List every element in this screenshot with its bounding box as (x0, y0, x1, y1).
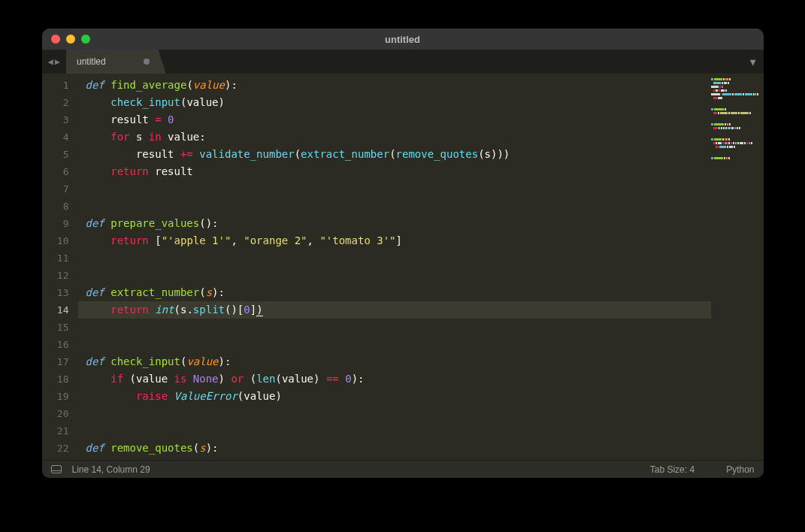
code-line[interactable]: for s in value: (78, 128, 711, 146)
line-number[interactable]: 5 (42, 146, 78, 163)
tab-size-setting[interactable]: Tab Size: 4 (650, 464, 695, 475)
tab-bar: ◀ ▶ untitled ▼ (42, 50, 764, 74)
line-number-gutter[interactable]: 12345678910111213141516171819202122 (42, 74, 78, 460)
code-line[interactable]: def find_average(value): (78, 77, 711, 94)
nav-forward-icon[interactable]: ▶ (55, 56, 60, 67)
code-line[interactable] (78, 267, 711, 284)
line-number[interactable]: 2 (42, 94, 78, 111)
code-line[interactable] (78, 405, 711, 422)
window-title: untitled (42, 34, 764, 45)
line-number[interactable]: 13 (42, 284, 78, 301)
code-line[interactable]: return int(s.split()[0]) (78, 301, 711, 319)
code-line[interactable]: result += validate_number(extract_number… (78, 146, 711, 163)
code-line[interactable]: result = 0 (78, 111, 711, 128)
code-line[interactable]: return ["'apple 1'", "orange 2", "'tomat… (78, 232, 711, 249)
code-line[interactable] (78, 180, 711, 198)
titlebar[interactable]: untitled (42, 29, 764, 50)
line-number[interactable]: 16 (42, 336, 78, 353)
editor-window: untitled ◀ ▶ untitled ▼ 1234567891011121… (42, 29, 764, 478)
line-number[interactable]: 9 (42, 215, 78, 232)
line-number[interactable]: 11 (42, 249, 78, 267)
code-line[interactable]: def remove_quotes(s): (78, 440, 711, 457)
window-controls (51, 35, 90, 44)
line-number[interactable]: 4 (42, 128, 78, 146)
tab-label: untitled (77, 56, 106, 67)
line-number[interactable]: 18 (42, 370, 78, 388)
maximize-icon[interactable] (81, 35, 90, 44)
line-number[interactable]: 21 (42, 422, 78, 440)
line-number[interactable]: 10 (42, 232, 78, 249)
code-line[interactable]: raise ValueError(value) (78, 388, 711, 405)
close-icon[interactable] (51, 35, 60, 44)
code-line[interactable] (78, 422, 711, 440)
code-content[interactable]: def find_average(value): check_input(val… (78, 74, 711, 460)
line-number[interactable]: 14 (42, 301, 78, 319)
line-number[interactable]: 6 (42, 163, 78, 180)
code-line[interactable] (78, 249, 711, 267)
editor-area: 12345678910111213141516171819202122 def … (42, 74, 764, 460)
line-number[interactable]: 3 (42, 111, 78, 128)
code-line[interactable]: check_input(value) (78, 94, 711, 111)
line-number[interactable]: 7 (42, 180, 78, 198)
line-number[interactable]: 1 (42, 77, 78, 94)
code-line[interactable]: if (value is None) or (len(value) == 0): (78, 370, 711, 388)
panel-switcher-icon[interactable]: ▼ (743, 50, 764, 74)
code-line[interactable]: def prepare_values(): (78, 215, 711, 232)
panel-layout-icon[interactable] (51, 465, 62, 473)
status-bar: Line 14, Column 29 Tab Size: 4 Python (42, 460, 764, 478)
code-line[interactable]: return result (78, 163, 711, 180)
nav-back-icon[interactable]: ◀ (48, 56, 53, 67)
minimap[interactable] (711, 74, 764, 460)
line-number[interactable]: 20 (42, 405, 78, 422)
cursor-position[interactable]: Line 14, Column 29 (72, 464, 150, 475)
line-number[interactable]: 17 (42, 353, 78, 370)
code-line[interactable] (78, 336, 711, 353)
line-number[interactable]: 15 (42, 319, 78, 336)
line-number[interactable]: 8 (42, 198, 78, 215)
unsaved-indicator-icon (144, 59, 150, 65)
code-line[interactable] (78, 198, 711, 215)
code-line[interactable]: def check_input(value): (78, 353, 711, 370)
syntax-language[interactable]: Python (726, 464, 754, 475)
code-line[interactable]: def extract_number(s): (78, 284, 711, 301)
code-line[interactable] (78, 319, 711, 336)
tab-untitled[interactable]: untitled (66, 50, 166, 74)
line-number[interactable]: 12 (42, 267, 78, 284)
minimize-icon[interactable] (66, 35, 75, 44)
line-number[interactable]: 19 (42, 388, 78, 405)
line-number[interactable]: 22 (42, 440, 78, 457)
tab-history-nav: ◀ ▶ (42, 50, 66, 74)
